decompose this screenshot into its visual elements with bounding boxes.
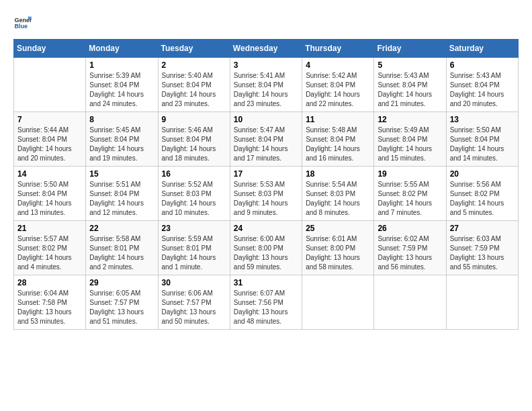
day-number: 7 — [17, 115, 82, 124]
day-info: Sunrise: 5:53 AMSunset: 8:03 PMDaylight:… — [234, 180, 298, 218]
calendar-cell: 28 Sunrise: 6:04 AMSunset: 7:58 PMDaylig… — [14, 275, 86, 330]
day-info: Sunrise: 5:51 AMSunset: 8:04 PMDaylight:… — [89, 180, 154, 218]
day-number: 11 — [306, 115, 370, 124]
calendar-cell: 12 Sunrise: 5:49 AMSunset: 8:04 PMDaylig… — [374, 112, 446, 167]
day-info: Sunrise: 5:56 AMSunset: 8:02 PMDaylight:… — [450, 180, 515, 218]
calendar-cell: 6 Sunrise: 5:43 AMSunset: 8:04 PMDayligh… — [446, 58, 518, 112]
calendar-cell: 23 Sunrise: 5:59 AMSunset: 8:01 PMDaylig… — [158, 221, 230, 275]
calendar-cell — [14, 58, 86, 112]
calendar-cell: 29 Sunrise: 6:05 AMSunset: 7:57 PMDaylig… — [86, 275, 158, 330]
day-number: 15 — [89, 169, 154, 179]
day-info: Sunrise: 5:49 AMSunset: 8:04 PMDaylight:… — [378, 126, 442, 163]
weekday-header-wednesday: Wednesday — [230, 40, 302, 58]
calendar-cell: 17 Sunrise: 5:53 AMSunset: 8:03 PMDaylig… — [230, 167, 302, 221]
calendar-cell: 2 Sunrise: 5:40 AMSunset: 8:04 PMDayligh… — [158, 58, 230, 112]
day-number: 24 — [234, 224, 298, 233]
day-info: Sunrise: 5:43 AMSunset: 8:04 PMDaylight:… — [450, 71, 515, 109]
calendar-cell: 20 Sunrise: 5:56 AMSunset: 8:02 PMDaylig… — [446, 167, 518, 221]
day-number: 4 — [306, 60, 370, 70]
calendar-cell: 19 Sunrise: 5:55 AMSunset: 8:02 PMDaylig… — [374, 167, 446, 221]
day-info: Sunrise: 5:54 AMSunset: 8:03 PMDaylight:… — [306, 180, 370, 218]
calendar-cell: 25 Sunrise: 6:01 AMSunset: 8:00 PMDaylig… — [302, 221, 374, 275]
logo: General Blue — [13, 13, 32, 32]
week-row-5: 28 Sunrise: 6:04 AMSunset: 7:58 PMDaylig… — [14, 275, 519, 330]
day-number: 30 — [162, 278, 226, 287]
calendar-cell — [302, 275, 374, 330]
day-info: Sunrise: 6:05 AMSunset: 7:57 PMDaylight:… — [89, 289, 154, 326]
calendar-cell: 10 Sunrise: 5:47 AMSunset: 8:04 PMDaylig… — [230, 112, 302, 167]
day-info: Sunrise: 6:04 AMSunset: 7:58 PMDaylight:… — [17, 289, 82, 326]
day-info: Sunrise: 5:57 AMSunset: 8:02 PMDaylight:… — [17, 234, 82, 272]
day-number: 17 — [234, 169, 298, 179]
day-info: Sunrise: 6:06 AMSunset: 7:57 PMDaylight:… — [162, 289, 226, 326]
day-info: Sunrise: 5:43 AMSunset: 8:04 PMDaylight:… — [378, 71, 442, 109]
day-info: Sunrise: 6:00 AMSunset: 8:00 PMDaylight:… — [234, 234, 298, 272]
day-number: 2 — [162, 60, 226, 70]
calendar-cell: 9 Sunrise: 5:46 AMSunset: 8:04 PMDayligh… — [158, 112, 230, 167]
day-info: Sunrise: 6:02 AMSunset: 7:59 PMDaylight:… — [378, 234, 442, 272]
weekday-header-row: SundayMondayTuesdayWednesdayThursdayFrid… — [14, 40, 519, 58]
day-number: 28 — [17, 278, 82, 287]
calendar-cell: 8 Sunrise: 5:45 AMSunset: 8:04 PMDayligh… — [86, 112, 158, 167]
calendar-cell: 26 Sunrise: 6:02 AMSunset: 7:59 PMDaylig… — [374, 221, 446, 275]
day-number: 20 — [450, 169, 515, 179]
weekday-header-tuesday: Tuesday — [158, 40, 230, 58]
calendar-cell: 1 Sunrise: 5:39 AMSunset: 8:04 PMDayligh… — [86, 58, 158, 112]
day-info: Sunrise: 5:48 AMSunset: 8:04 PMDaylight:… — [306, 126, 370, 163]
week-row-3: 14 Sunrise: 5:50 AMSunset: 8:04 PMDaylig… — [14, 167, 519, 221]
day-number: 29 — [89, 278, 154, 287]
day-number: 25 — [306, 224, 370, 233]
calendar-cell — [374, 275, 446, 330]
day-info: Sunrise: 6:03 AMSunset: 7:59 PMDaylight:… — [450, 234, 515, 272]
calendar-cell: 7 Sunrise: 5:44 AMSunset: 8:04 PMDayligh… — [14, 112, 86, 167]
day-number: 19 — [378, 169, 442, 179]
day-number: 3 — [234, 60, 298, 70]
week-row-2: 7 Sunrise: 5:44 AMSunset: 8:04 PMDayligh… — [14, 112, 519, 167]
day-number: 22 — [89, 224, 154, 233]
calendar-cell: 4 Sunrise: 5:42 AMSunset: 8:04 PMDayligh… — [302, 58, 374, 112]
calendar-cell: 11 Sunrise: 5:48 AMSunset: 8:04 PMDaylig… — [302, 112, 374, 167]
week-row-4: 21 Sunrise: 5:57 AMSunset: 8:02 PMDaylig… — [14, 221, 519, 275]
day-number: 12 — [378, 115, 442, 124]
day-info: Sunrise: 5:55 AMSunset: 8:02 PMDaylight:… — [378, 180, 442, 218]
header: General Blue — [13, 13, 519, 32]
day-info: Sunrise: 5:44 AMSunset: 8:04 PMDaylight:… — [17, 126, 82, 163]
day-info: Sunrise: 5:39 AMSunset: 8:04 PMDaylight:… — [89, 71, 154, 109]
day-number: 14 — [17, 169, 82, 179]
day-info: Sunrise: 5:47 AMSunset: 8:04 PMDaylight:… — [234, 126, 298, 163]
calendar-cell: 5 Sunrise: 5:43 AMSunset: 8:04 PMDayligh… — [374, 58, 446, 112]
day-info: Sunrise: 5:40 AMSunset: 8:04 PMDaylight:… — [162, 71, 226, 109]
day-info: Sunrise: 5:45 AMSunset: 8:04 PMDaylight:… — [89, 126, 154, 163]
day-number: 5 — [378, 60, 442, 70]
calendar-cell: 3 Sunrise: 5:41 AMSunset: 8:04 PMDayligh… — [230, 58, 302, 112]
day-info: Sunrise: 5:52 AMSunset: 8:03 PMDaylight:… — [162, 180, 226, 218]
weekday-header-monday: Monday — [86, 40, 158, 58]
weekday-header-thursday: Thursday — [302, 40, 374, 58]
day-number: 13 — [450, 115, 515, 124]
day-number: 10 — [234, 115, 298, 124]
calendar-table: SundayMondayTuesdayWednesdayThursdayFrid… — [13, 39, 519, 330]
weekday-header-saturday: Saturday — [446, 40, 518, 58]
day-info: Sunrise: 5:50 AMSunset: 8:04 PMDaylight:… — [450, 126, 515, 163]
day-number: 27 — [450, 224, 515, 233]
calendar-cell: 21 Sunrise: 5:57 AMSunset: 8:02 PMDaylig… — [14, 221, 86, 275]
weekday-header-friday: Friday — [374, 40, 446, 58]
calendar-cell: 24 Sunrise: 6:00 AMSunset: 8:00 PMDaylig… — [230, 221, 302, 275]
day-info: Sunrise: 5:50 AMSunset: 8:04 PMDaylight:… — [17, 180, 82, 218]
day-number: 8 — [89, 115, 154, 124]
day-number: 6 — [450, 60, 515, 70]
day-number: 21 — [17, 224, 82, 233]
calendar-cell: 15 Sunrise: 5:51 AMSunset: 8:04 PMDaylig… — [86, 167, 158, 221]
day-info: Sunrise: 5:42 AMSunset: 8:04 PMDaylight:… — [306, 71, 370, 109]
calendar-cell: 16 Sunrise: 5:52 AMSunset: 8:03 PMDaylig… — [158, 167, 230, 221]
day-info: Sunrise: 5:41 AMSunset: 8:04 PMDaylight:… — [234, 71, 298, 109]
calendar-cell: 13 Sunrise: 5:50 AMSunset: 8:04 PMDaylig… — [446, 112, 518, 167]
calendar-cell — [446, 275, 518, 330]
day-number: 23 — [162, 224, 226, 233]
day-info: Sunrise: 6:01 AMSunset: 8:00 PMDaylight:… — [306, 234, 370, 272]
day-number: 18 — [306, 169, 370, 179]
calendar-cell: 18 Sunrise: 5:54 AMSunset: 8:03 PMDaylig… — [302, 167, 374, 221]
day-info: Sunrise: 5:58 AMSunset: 8:01 PMDaylight:… — [89, 234, 154, 272]
day-number: 1 — [89, 60, 154, 70]
day-number: 9 — [162, 115, 226, 124]
